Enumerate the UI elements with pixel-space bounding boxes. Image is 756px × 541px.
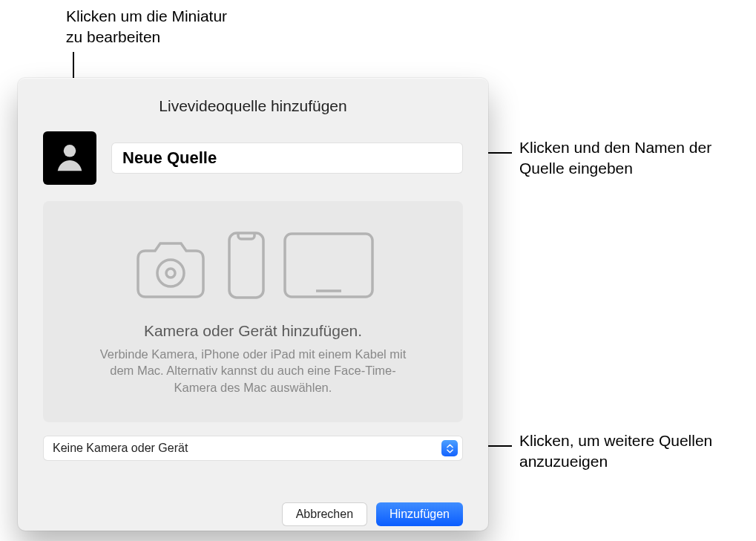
add-source-dialog: Livevideoquelle hinzufügen xyxy=(18,78,488,531)
add-button[interactable]: Hinzufügen xyxy=(376,502,463,526)
button-row: Abbrechen Hinzufügen xyxy=(43,502,463,526)
person-icon xyxy=(53,140,87,177)
camera-select[interactable]: Keine Kamera oder Gerät xyxy=(43,436,463,461)
callout-thumbnail: Klicken um die Miniatur zu bearbeiten xyxy=(66,6,227,48)
source-name-input[interactable] xyxy=(111,142,463,174)
chevron-updown-icon xyxy=(441,440,458,456)
device-icons xyxy=(131,231,375,303)
placeholder-title: Kamera oder Gerät hinzufügen. xyxy=(144,322,362,340)
placeholder-zone: Kamera oder Gerät hinzufügen. Verbinde K… xyxy=(43,201,463,422)
dialog-title: Livevideoquelle hinzufügen xyxy=(43,97,463,115)
camera-icon xyxy=(131,240,211,303)
callout-select: Klicken, um weitere Quellen anzuzueigen xyxy=(519,430,742,473)
svg-point-0 xyxy=(64,145,76,157)
cancel-button[interactable]: Abbrechen xyxy=(282,502,367,526)
header-row xyxy=(43,131,463,185)
select-value: Keine Kamera oder Gerät xyxy=(53,442,441,455)
svg-point-1 xyxy=(157,260,184,286)
tablet-icon xyxy=(282,231,375,303)
placeholder-text: Verbinde Kamera, iPhone oder iPad mit ei… xyxy=(93,346,412,396)
phone-icon xyxy=(227,231,266,303)
callout-name: Klicken und den Namen der Quelle eingebe… xyxy=(519,137,742,180)
svg-rect-3 xyxy=(229,233,263,298)
svg-point-2 xyxy=(166,269,175,278)
edit-thumbnail-button[interactable] xyxy=(43,131,96,185)
svg-rect-4 xyxy=(285,234,372,297)
